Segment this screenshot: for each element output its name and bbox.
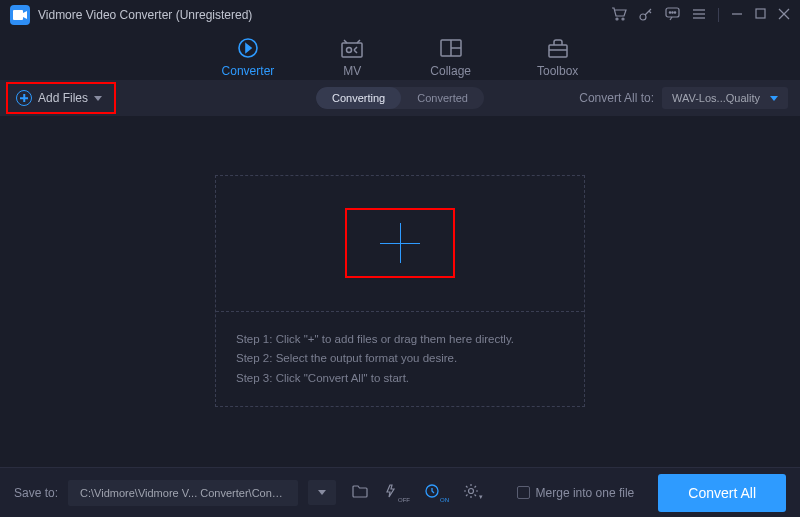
svg-point-5 (669, 11, 670, 12)
save-path-dropdown[interactable] (308, 480, 336, 505)
tab-label: Converter (222, 64, 275, 78)
mode-toggle: Converting Converted (316, 87, 484, 109)
convert-all-to-group: Convert All to: WAV-Los...Quality (579, 87, 788, 109)
svg-point-7 (674, 11, 675, 12)
svg-point-2 (622, 18, 624, 20)
chevron-down-icon (318, 490, 326, 495)
svg-point-1 (616, 18, 618, 20)
minimize-icon[interactable] (731, 8, 743, 23)
tab-mv[interactable]: MV (332, 32, 372, 86)
settings-icon[interactable]: ▾ (463, 483, 483, 502)
close-icon[interactable] (778, 8, 790, 23)
bottombar: Save to: C:\Vidmore\Vidmore V... Convert… (0, 467, 800, 517)
save-path-field[interactable]: C:\Vidmore\Vidmore V... Converter\Conver… (68, 480, 298, 506)
svg-point-17 (347, 48, 352, 53)
cart-icon[interactable] (611, 7, 627, 24)
convert-all-button[interactable]: Convert All (658, 474, 786, 512)
instruction-step: Step 2: Select the output format you des… (236, 349, 564, 369)
tab-label: Toolbox (537, 64, 578, 78)
svg-point-6 (672, 11, 673, 12)
chevron-down-icon (770, 96, 778, 101)
merge-checkbox[interactable]: Merge into one file (517, 486, 635, 500)
dropzone-upper[interactable] (216, 176, 584, 311)
bottom-icon-group: OFF ON ▾ (352, 483, 483, 502)
window-title: Vidmore Video Converter (Unregistered) (38, 8, 611, 22)
svg-point-24 (469, 489, 474, 494)
converter-icon (236, 36, 260, 60)
open-folder-icon[interactable] (352, 484, 368, 501)
toolbar: Add Files Converting Converted Convert A… (0, 80, 800, 116)
add-files-button[interactable]: Add Files (12, 90, 102, 106)
toolbox-icon (546, 36, 570, 60)
svg-rect-0 (13, 10, 23, 20)
mode-converting-button[interactable]: Converting (316, 87, 401, 109)
instruction-step: Step 1: Click "+" to add files or drag t… (236, 330, 564, 350)
dropzone[interactable]: Step 1: Click "+" to add files or drag t… (215, 175, 585, 408)
chevron-down-icon (94, 96, 102, 101)
plus-circle-icon (16, 90, 32, 106)
instruction-step: Step 3: Click "Convert All" to start. (236, 369, 564, 389)
convert-all-to-label: Convert All to: (579, 91, 654, 105)
mode-converted-button[interactable]: Converted (401, 87, 484, 109)
checkbox-icon (517, 486, 530, 499)
main-tabs: Converter MV Collage Toolbox (0, 30, 800, 80)
hardware-accel-icon[interactable]: OFF (382, 483, 410, 502)
mv-icon (340, 36, 364, 60)
svg-rect-21 (549, 45, 567, 57)
add-files-label: Add Files (38, 91, 88, 105)
dropzone-instructions: Step 1: Click "+" to add files or drag t… (216, 311, 584, 407)
collage-icon (439, 36, 463, 60)
save-to-label: Save to: (14, 486, 58, 500)
maximize-icon[interactable] (755, 8, 766, 22)
format-select[interactable]: WAV-Los...Quality (662, 87, 788, 109)
high-speed-icon[interactable]: ON (424, 483, 449, 502)
svg-rect-12 (756, 9, 765, 18)
format-selected-value: WAV-Los...Quality (672, 92, 760, 104)
tab-collage[interactable]: Collage (422, 32, 479, 86)
key-icon[interactable] (639, 7, 653, 24)
save-path-value: C:\Vidmore\Vidmore V... Converter\Conver… (80, 487, 286, 499)
divider (718, 8, 719, 22)
add-plus-icon[interactable] (380, 223, 420, 263)
main-area: Step 1: Click "+" to add files or drag t… (0, 116, 800, 466)
app-logo-icon (10, 5, 30, 25)
merge-label: Merge into one file (536, 486, 635, 500)
titlebar: Vidmore Video Converter (Unregistered) (0, 0, 800, 30)
tab-label: Collage (430, 64, 471, 78)
feedback-icon[interactable] (665, 7, 680, 24)
tab-toolbox[interactable]: Toolbox (529, 32, 586, 86)
menu-icon[interactable] (692, 8, 706, 23)
tab-label: MV (343, 64, 361, 78)
